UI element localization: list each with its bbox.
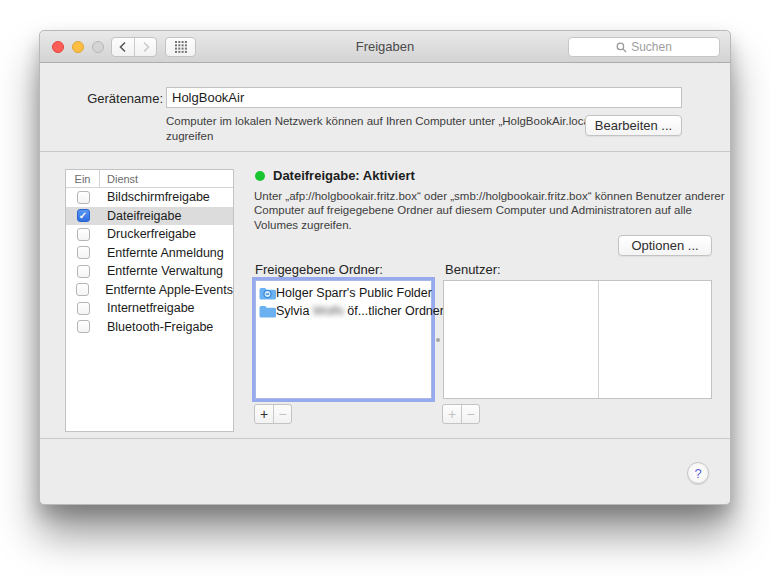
status-title: Dateifreigabe: Aktiviert bbox=[273, 168, 415, 183]
search-icon bbox=[616, 42, 627, 53]
folder-label: Sylvia Wolfs öf...tlicher Ordner bbox=[276, 304, 444, 318]
sharing-description: Unter „afp://holgbookair.fritz.box“ oder… bbox=[254, 189, 728, 232]
device-name-label: Gerätename: bbox=[70, 91, 163, 106]
service-label: Entfernte Verwaltung bbox=[100, 264, 223, 278]
column-header-on: Ein bbox=[66, 170, 100, 187]
service-checkbox[interactable] bbox=[77, 228, 90, 241]
options-button[interactable]: Optionen ... bbox=[618, 235, 712, 256]
service-label: Internetfreigabe bbox=[100, 301, 195, 315]
service-table: Ein Dienst Bildschirmfreigabe Dateifreig… bbox=[65, 169, 234, 432]
service-label: Bildschirmfreigabe bbox=[100, 190, 210, 204]
shared-folders-list[interactable]: Holger Sparr's Public Folder Sylvia Wolf… bbox=[255, 280, 432, 399]
service-checkbox[interactable] bbox=[77, 209, 90, 222]
service-checkbox-cell bbox=[66, 283, 98, 296]
service-label: Dateifreigabe bbox=[100, 209, 181, 223]
desktop-background: Freigaben Suchen Gerätename: Computer im… bbox=[0, 0, 770, 578]
service-label: Entfernte Anmeldung bbox=[100, 246, 224, 260]
device-name-description: Computer im lokalen Netzwerk können auf … bbox=[166, 114, 618, 143]
folder-label: Holger Sparr's Public Folder bbox=[276, 286, 432, 300]
titlebar[interactable]: Freigaben Suchen bbox=[40, 31, 730, 63]
service-checkbox-cell bbox=[66, 191, 100, 204]
search-input[interactable]: Suchen bbox=[568, 37, 720, 57]
service-checkbox-cell bbox=[66, 246, 100, 259]
users-list[interactable] bbox=[443, 280, 712, 399]
service-label: Entfernte Apple-Events bbox=[98, 283, 233, 297]
service-row[interactable]: Bildschirmfreigabe bbox=[66, 188, 233, 207]
folder-icon bbox=[259, 305, 276, 318]
service-row[interactable]: Entfernte Apple-Events bbox=[66, 281, 233, 300]
add-folder-button[interactable]: + bbox=[255, 405, 273, 423]
service-row[interactable]: Entfernte Verwaltung bbox=[66, 262, 233, 281]
service-checkbox[interactable] bbox=[77, 246, 90, 259]
service-row[interactable]: Bluetooth-Freigabe bbox=[66, 318, 233, 337]
service-checkbox-cell bbox=[66, 265, 100, 278]
service-label: Druckerfreigabe bbox=[100, 227, 196, 241]
users-label: Benutzer: bbox=[445, 262, 501, 277]
service-checkbox-cell bbox=[66, 228, 100, 241]
column-header-service: Dienst bbox=[100, 173, 138, 185]
service-checkbox-cell bbox=[66, 302, 100, 315]
service-row[interactable]: Druckerfreigabe bbox=[66, 225, 233, 244]
service-checkbox[interactable] bbox=[76, 283, 89, 296]
status-active-dot bbox=[255, 171, 265, 181]
help-button[interactable]: ? bbox=[687, 462, 709, 484]
folder-add-remove-group: + − bbox=[254, 404, 292, 424]
pane-resize-handle[interactable] bbox=[436, 338, 440, 342]
service-checkbox[interactable] bbox=[77, 191, 90, 204]
user-add-remove-group: + − bbox=[442, 404, 480, 424]
service-row[interactable]: Entfernte Anmeldung bbox=[66, 244, 233, 263]
edit-button[interactable]: Bearbeiten ... bbox=[585, 115, 682, 136]
service-label: Bluetooth-Freigabe bbox=[100, 320, 213, 334]
service-row[interactable]: Internetfreigabe bbox=[66, 299, 233, 318]
shared-folder-item[interactable]: Holger Sparr's Public Folder bbox=[256, 284, 431, 302]
service-row[interactable]: Dateifreigabe bbox=[66, 207, 233, 226]
footer-divider bbox=[40, 438, 730, 439]
shared-folders-label: Freigegebene Ordner: bbox=[255, 262, 383, 277]
users-column-divider[interactable] bbox=[598, 281, 599, 398]
service-table-header: Ein Dienst bbox=[66, 170, 233, 188]
remove-folder-button-disabled: − bbox=[273, 405, 291, 423]
service-checkbox-cell bbox=[66, 209, 100, 222]
section-divider bbox=[40, 151, 730, 152]
add-user-button-disabled: + bbox=[443, 405, 461, 423]
device-name-field[interactable] bbox=[166, 87, 682, 108]
public-folder-icon bbox=[259, 287, 276, 300]
service-checkbox[interactable] bbox=[77, 265, 90, 278]
service-checkbox[interactable] bbox=[77, 302, 90, 315]
service-checkbox-cell bbox=[66, 320, 100, 333]
shared-folder-item[interactable]: Sylvia Wolfs öf...tlicher Ordner bbox=[256, 302, 431, 320]
redacted-name: Wolfs bbox=[313, 304, 344, 318]
search-placeholder: Suchen bbox=[631, 40, 672, 54]
remove-user-button-disabled: − bbox=[461, 405, 479, 423]
sharing-preferences-window: Freigaben Suchen Gerätename: Computer im… bbox=[39, 30, 731, 505]
service-checkbox[interactable] bbox=[77, 320, 90, 333]
service-list: Bildschirmfreigabe Dateifreigabe Drucker… bbox=[66, 188, 233, 336]
